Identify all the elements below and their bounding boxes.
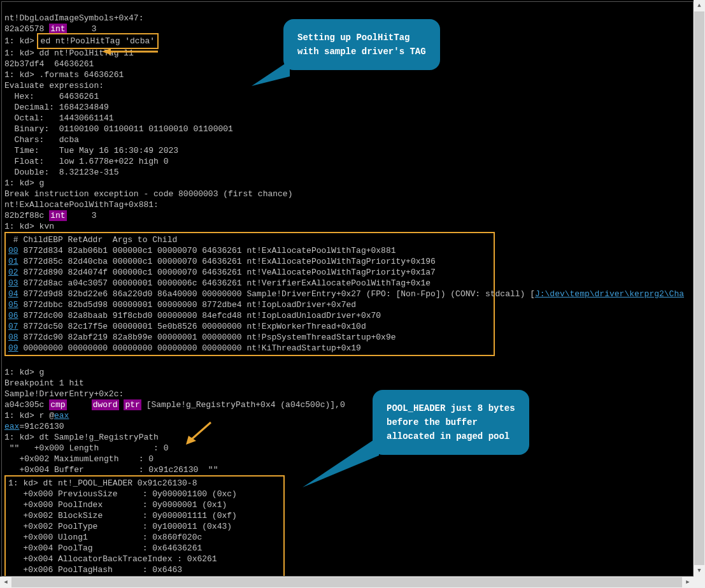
out-line: 82a26578 int 3: [4, 24, 96, 34]
out-line: +0x002 MaximumLength : 0: [4, 454, 153, 464]
horizontal-scrollbar[interactable]: ◀ ▶: [0, 577, 694, 588]
out-line: +0x006 PoolTagHash : 0x6463: [8, 565, 182, 575]
out-line: a04c305c cmp dword ptr [Sample!g_Registr…: [4, 400, 345, 410]
opcode-hl: dword: [92, 399, 119, 410]
cmd-ed-poolhittag: ed nt!PoolHitTag 'dcba': [37, 33, 159, 49]
scroll-track[interactable]: [11, 577, 682, 588]
stack-row: 04 8772d9d8 82bd22e6 86a220d0 86a40000 0…: [8, 289, 684, 299]
stack-row: 02 8772d890 82d4074f 000000c1 00000070 6…: [8, 268, 436, 277]
out-line: Break instruction exception - code 80000…: [4, 189, 292, 199]
out-line: nt!ExAllocatePoolWithTag+0x881:: [4, 200, 159, 210]
out-line: Breakpoint 1 hit: [4, 378, 84, 388]
scroll-down-button[interactable]: ▼: [694, 565, 705, 577]
out-line: nt!DbgLoadImageSymbols+0x47:: [4, 13, 143, 23]
prompt-line: 1: kd> dt nt!_POOL_HEADER 0x91c26130-8: [8, 478, 197, 488]
reg-link[interactable]: eax: [4, 422, 19, 431]
out-line: "" +0x000 Length : 0: [4, 443, 168, 453]
out-line: +0x000 Ulong1 : 0x860f020c: [8, 533, 202, 542]
stack-header: # ChildEBP RetAddr Args to Child: [8, 235, 246, 245]
out-line: Evaluate expression:: [4, 81, 104, 90]
prompt-line: 1: kd> ed nt!PoolHitTag 'dcba': [4, 36, 156, 46]
scroll-right-button[interactable]: ▶: [682, 577, 694, 588]
scrollbar-corner: [694, 577, 705, 588]
debugger-console[interactable]: nt!DbgLoadImageSymbols+0x47: 82a26578 in…: [1, 1, 694, 577]
out-line: +0x000 PreviousSize : 0y000001100 (0xc): [8, 489, 237, 499]
prompt-line: 1: kd> g: [4, 368, 44, 377]
prompt-line: 1: kd> r @eax: [4, 411, 69, 420]
out-line: +0x002 PoolType : 0y1000011 (0x43): [8, 522, 232, 531]
scroll-thumb[interactable]: [694, 11, 704, 565]
opcode-hl: int: [49, 210, 66, 221]
out-line: +0x000 PoolIndex : 0y0000001 (0x1): [8, 500, 227, 510]
prompt-line: 1: kd> g: [4, 178, 44, 188]
stack-row: 07 8772dc50 82c17f5e 00000001 5e0b8526 0…: [8, 322, 366, 331]
scroll-thumb[interactable]: [11, 577, 682, 587]
frame-link[interactable]: 08: [8, 333, 18, 342]
stack-trace-box: # ChildEBP RetAddr Args to Child 00 8772…: [4, 232, 495, 356]
frame-link[interactable]: 07: [8, 322, 18, 331]
out-line: Sample!DriverEntry+0x2c:: [4, 389, 124, 399]
frame-link[interactable]: 02: [8, 268, 18, 277]
stack-row: 05 8772dbbc 82bd5d98 00000001 00000000 8…: [8, 300, 356, 310]
out-line: eax=91c26130: [4, 422, 64, 431]
prompt-line: 1: kd> kvn: [4, 222, 54, 231]
opcode-hl: cmp: [49, 399, 66, 410]
out-line: +0x002 BlockSize : 0y000001111 (0xf): [8, 511, 237, 520]
frame-link[interactable]: 04: [8, 289, 18, 299]
out-line: Float: low 1.6778e+022 high 0: [4, 157, 168, 166]
stack-row: 09 00000000 00000000 00000000 00000000 0…: [8, 343, 361, 353]
stack-row: 08 8772dc90 82abf219 82a8b99e 00000001 0…: [8, 333, 396, 342]
out-line: Binary: 01100100 01100011 01100010 01100…: [4, 124, 233, 134]
opcode-hl: ptr: [124, 399, 141, 410]
frame-link[interactable]: 09: [8, 343, 18, 353]
out-line: +0x004 Buffer : 0x91c26130 "": [4, 465, 218, 475]
frame-link[interactable]: 05: [8, 300, 18, 310]
out-line: +0x004 PoolTag : 0x64636261: [8, 543, 202, 553]
stack-row: 00 8772d834 82ab06b1 000000c1 00000070 6…: [8, 246, 396, 255]
frame-link[interactable]: 01: [8, 257, 18, 266]
out-line: +0x004 AllocatorBackTraceIndex : 0x6261: [8, 554, 217, 564]
scroll-track[interactable]: [694, 11, 705, 565]
source-path-link[interactable]: J:\dev\temp\driver\kerprg2\Cha: [535, 289, 684, 299]
out-line: 82b2f88c int 3: [4, 211, 96, 220]
frame-link[interactable]: 03: [8, 278, 18, 288]
stack-row: 01 8772d85c 82d40cba 000000c1 00000070 6…: [8, 257, 436, 266]
out-line: Decimal: 1684234849: [4, 103, 109, 112]
prompt-line: 1: kd> dd nt!PoolHitTag l1: [4, 48, 134, 58]
out-line: Time: Tue May 16 16:30:49 2023: [4, 146, 178, 155]
out-line: 82b37df4 64636261: [4, 59, 94, 69]
stack-row: 03 8772d8ac a04c3057 00000001 0000006c 6…: [8, 278, 431, 288]
prompt-line: 1: kd> dt Sample!g_RegistryPath: [4, 433, 159, 442]
frame-link[interactable]: 06: [8, 311, 18, 320]
stack-row: 06 8772dc00 82a8baab 91f8cbd0 00000000 8…: [8, 311, 381, 320]
out-line: Hex: 64636261: [4, 92, 99, 101]
frame-link[interactable]: 00: [8, 246, 18, 255]
out-line: Double: 8.32123e-315: [4, 168, 118, 177]
reg-link[interactable]: eax: [54, 411, 69, 420]
out-line: Octal: 14430661141: [4, 113, 114, 123]
prompt-line: 1: kd> .formats 64636261: [4, 70, 124, 80]
scroll-left-button[interactable]: ◀: [0, 577, 11, 588]
vertical-scrollbar[interactable]: ▲ ▼: [694, 0, 705, 577]
pool-header-box: 1: kd> dt nt!_POOL_HEADER 0x91c26130-8 +…: [4, 475, 285, 577]
out-line: Chars: dcba: [4, 135, 79, 145]
scroll-up-button[interactable]: ▲: [694, 0, 705, 11]
